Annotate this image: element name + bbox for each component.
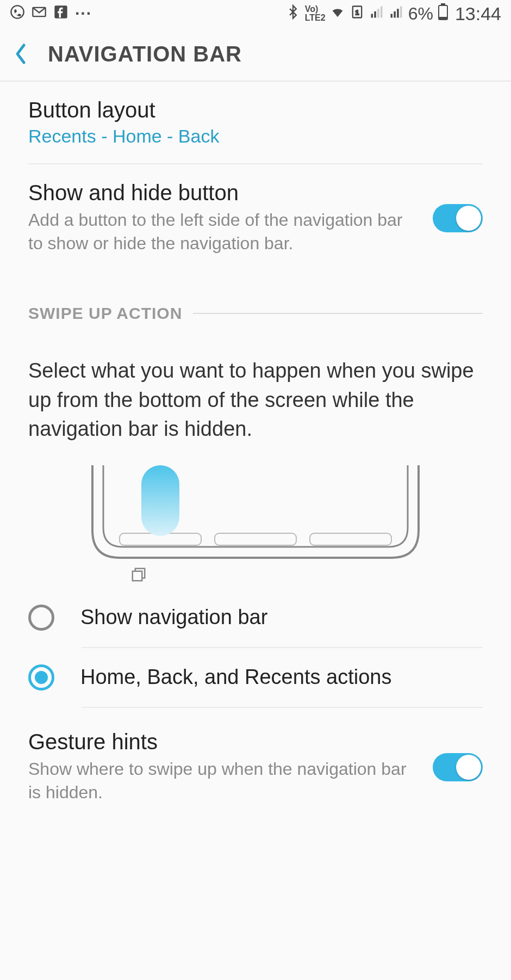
svg-rect-5 — [371, 14, 373, 17]
svg-rect-10 — [394, 11, 396, 17]
gesture-hints-sub: Show where to swipe up when the navigati… — [28, 757, 420, 804]
clock: 13:44 — [455, 3, 501, 24]
radio-option-home-back-recents[interactable]: Home, Back, and Recents actions — [0, 648, 511, 707]
show-hide-title: Show and hide button — [28, 181, 420, 205]
bluetooth-icon — [285, 4, 301, 23]
button-layout-row[interactable]: Button layout Recents - Home - Back — [0, 82, 511, 163]
swipe-section-label: SWIPE UP ACTION — [28, 304, 182, 323]
svg-rect-18 — [310, 533, 391, 545]
button-layout-value: Recents - Home - Back — [28, 126, 483, 147]
svg-point-0 — [11, 5, 23, 18]
recents-icon — [130, 566, 511, 588]
svg-rect-7 — [377, 9, 379, 17]
status-right: Vo)LTE2 1 6% 13:44 — [285, 3, 501, 24]
radio-icon — [28, 605, 54, 631]
radio-label: Show navigation bar — [80, 606, 267, 629]
svg-rect-20 — [133, 571, 142, 581]
show-hide-toggle[interactable] — [433, 204, 483, 232]
battery-percent: 6% — [408, 4, 433, 24]
app-header: NAVIGATION BAR — [0, 27, 511, 82]
radio-label: Home, Back, and Recents actions — [80, 665, 391, 689]
status-left: ··· — [10, 4, 92, 23]
svg-text:1: 1 — [355, 8, 359, 15]
swipe-description: Select what you want to happen when you … — [0, 328, 511, 460]
radio-option-show-navbar[interactable]: Show navigation bar — [0, 588, 511, 647]
mail-icon — [32, 4, 47, 23]
signal-1-icon — [369, 4, 384, 23]
wifi-icon — [330, 4, 345, 23]
svg-rect-19 — [141, 465, 179, 536]
page-title: NAVIGATION BAR — [48, 42, 242, 66]
whatsapp-icon — [10, 4, 25, 23]
radio-icon — [28, 664, 54, 691]
svg-rect-9 — [390, 14, 392, 17]
more-icon: ··· — [75, 4, 92, 23]
svg-rect-6 — [374, 11, 376, 17]
show-hide-sub: Add a button to the left side of the nav… — [28, 208, 420, 255]
show-hide-row[interactable]: Show and hide button Add a button to the… — [0, 164, 511, 272]
back-button[interactable] — [11, 44, 30, 64]
button-layout-title: Button layout — [28, 98, 483, 122]
swipe-section-header: SWIPE UP ACTION — [0, 282, 511, 328]
section-line — [193, 313, 483, 314]
facebook-icon — [53, 4, 68, 23]
gesture-hints-toggle[interactable] — [433, 753, 483, 781]
svg-rect-14 — [441, 4, 445, 5]
svg-rect-12 — [400, 6, 402, 17]
svg-rect-11 — [397, 9, 399, 17]
gesture-hints-row[interactable]: Gesture hints Show where to swipe up whe… — [0, 708, 511, 821]
status-bar: ··· Vo)LTE2 1 6% 13:44 — [0, 0, 511, 27]
swipe-diagram — [87, 465, 424, 563]
battery-icon — [438, 3, 448, 24]
signal-2-icon — [389, 4, 404, 23]
svg-rect-8 — [381, 6, 383, 17]
gesture-hints-title: Gesture hints — [28, 730, 420, 754]
svg-rect-17 — [215, 533, 296, 545]
sim-icon: 1 — [350, 4, 365, 23]
svg-rect-15 — [440, 17, 446, 19]
volte-icon: Vo)LTE2 — [305, 5, 326, 22]
